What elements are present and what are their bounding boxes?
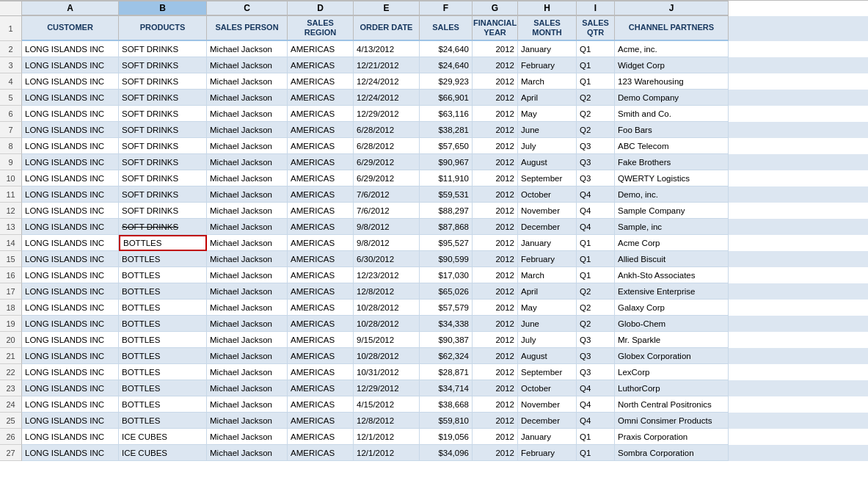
table-cell[interactable]: $11,910 <box>420 170 473 186</box>
table-cell[interactable]: Michael Jackson <box>207 90 288 106</box>
table-cell[interactable]: Michael Jackson <box>207 267 288 283</box>
table-cell[interactable]: AMERICAS <box>288 413 354 429</box>
table-cell[interactable]: Q3 <box>577 348 615 364</box>
table-cell[interactable]: Michael Jackson <box>207 122 288 138</box>
table-cell[interactable]: 9/15/2012 <box>354 332 420 348</box>
table-row[interactable]: LONG ISLANDS INCBOTTLESMichael JacksonAM… <box>22 396 868 413</box>
table-cell[interactable]: 2012 <box>473 219 518 235</box>
table-cell[interactable]: LONG ISLANDS INC <box>22 57 119 73</box>
table-cell[interactable]: 12/24/2012 <box>354 90 420 106</box>
table-row[interactable]: LONG ISLANDS INCSOFT DRINKSMichael Jacks… <box>22 170 868 186</box>
table-cell[interactable]: BOTTLES <box>119 413 207 429</box>
table-cell[interactable]: Acme, inc. <box>615 41 729 57</box>
table-cell[interactable]: 123 Warehousing <box>615 73 729 90</box>
table-cell[interactable]: BOTTLES <box>119 251 207 267</box>
table-row[interactable]: LONG ISLANDS INCSOFT DRINKSMichael Jacks… <box>22 122 868 138</box>
table-cell[interactable]: LONG ISLANDS INC <box>22 106 119 122</box>
table-cell[interactable]: LONG ISLANDS INC <box>22 154 119 170</box>
table-row[interactable]: LONG ISLANDS INCSOFT DRINKSMichael Jacks… <box>22 219 868 235</box>
table-row[interactable]: LONG ISLANDS INCBOTTLESMichael JacksonAM… <box>22 364 868 380</box>
table-cell[interactable]: AMERICAS <box>288 267 354 283</box>
table-cell[interactable]: $17,030 <box>420 267 473 283</box>
table-cell[interactable]: Q2 <box>577 283 615 300</box>
table-cell[interactable]: BOTTLES <box>119 300 207 316</box>
table-cell[interactable]: SOFT DRINKS <box>119 41 207 57</box>
table-cell[interactable]: Q4 <box>577 396 615 413</box>
table-cell[interactable]: 2012 <box>473 122 518 138</box>
table-cell[interactable]: 10/28/2012 <box>354 348 420 364</box>
table-row[interactable]: LONG ISLANDS INCSOFT DRINKSMichael Jacks… <box>22 41 868 57</box>
table-cell[interactable]: SOFT DRINKS <box>119 57 207 73</box>
table-cell[interactable]: Michael Jackson <box>207 413 288 429</box>
table-cell[interactable]: Michael Jackson <box>207 429 288 445</box>
table-cell[interactable]: $19,056 <box>420 429 473 445</box>
table-cell[interactable]: Q2 <box>577 316 615 332</box>
table-cell[interactable]: AMERICAS <box>288 445 354 461</box>
table-cell[interactable]: Extensive Enterprise <box>615 283 729 300</box>
table-cell[interactable]: AMERICAS <box>288 203 354 219</box>
table-cell[interactable]: Q4 <box>577 413 615 429</box>
table-cell[interactable]: North Central Positronics <box>615 396 729 413</box>
table-cell[interactable]: January <box>518 41 577 57</box>
table-cell[interactable]: August <box>518 348 577 364</box>
table-cell[interactable]: 2012 <box>473 267 518 283</box>
table-cell[interactable]: October <box>518 186 577 203</box>
table-cell[interactable]: QWERTY Logistics <box>615 170 729 186</box>
table-cell[interactable]: $88,297 <box>420 203 473 219</box>
table-cell[interactable]: LONG ISLANDS INC <box>22 73 119 90</box>
table-cell[interactable]: 9/8/2012 <box>354 235 420 251</box>
table-cell[interactable]: Q1 <box>577 267 615 283</box>
table-cell[interactable]: LONG ISLANDS INC <box>22 283 119 300</box>
table-cell[interactable]: 12/8/2012 <box>354 413 420 429</box>
table-cell[interactable]: March <box>518 73 577 90</box>
table-cell[interactable]: SOFT DRINKS <box>119 106 207 122</box>
table-cell[interactable]: September <box>518 364 577 380</box>
table-cell[interactable]: Q1 <box>577 429 615 445</box>
table-row[interactable]: LONG ISLANDS INCICE CUBESMichael Jackson… <box>22 429 868 445</box>
table-cell[interactable]: 2012 <box>473 300 518 316</box>
table-cell[interactable]: AMERICAS <box>288 429 354 445</box>
table-cell[interactable]: $59,531 <box>420 186 473 203</box>
table-cell[interactable]: Q4 <box>577 380 615 396</box>
table-cell[interactable]: Michael Jackson <box>207 203 288 219</box>
table-cell[interactable]: July <box>518 332 577 348</box>
table-cell[interactable]: December <box>518 413 577 429</box>
table-cell[interactable]: Q1 <box>577 251 615 267</box>
table-cell[interactable]: 12/1/2012 <box>354 429 420 445</box>
table-cell[interactable]: $24,640 <box>420 57 473 73</box>
table-cell[interactable]: Praxis Corporation <box>615 429 729 445</box>
col-header-d[interactable]: D <box>288 1 354 16</box>
table-cell[interactable]: Galaxy Corp <box>615 300 729 316</box>
table-cell[interactable]: Widget Corp <box>615 57 729 73</box>
table-cell[interactable]: Q1 <box>577 41 615 57</box>
table-cell[interactable]: SOFT DRINKS <box>119 138 207 154</box>
table-cell[interactable]: SOFT DRINKS <box>119 186 207 203</box>
table-cell[interactable]: Q3 <box>577 332 615 348</box>
table-cell[interactable]: Demo, inc. <box>615 186 729 203</box>
table-cell[interactable]: 2012 <box>473 445 518 461</box>
table-cell[interactable]: July <box>518 138 577 154</box>
table-cell[interactable]: LONG ISLANDS INC <box>22 219 119 235</box>
table-cell[interactable]: 6/28/2012 <box>354 122 420 138</box>
table-cell[interactable]: March <box>518 267 577 283</box>
table-cell[interactable]: AMERICAS <box>288 396 354 413</box>
table-cell[interactable]: SOFT DRINKS <box>119 170 207 186</box>
table-cell[interactable]: Globex Corporation <box>615 348 729 364</box>
table-cell[interactable]: $87,868 <box>420 219 473 235</box>
table-cell[interactable]: LONG ISLANDS INC <box>22 429 119 445</box>
table-cell[interactable]: Michael Jackson <box>207 396 288 413</box>
col-header-g[interactable]: G <box>473 1 518 16</box>
table-cell[interactable]: LONG ISLANDS INC <box>22 316 119 332</box>
table-row[interactable]: LONG ISLANDS INCSOFT DRINKSMichael Jacks… <box>22 73 868 90</box>
table-cell[interactable]: LuthorCorp <box>615 380 729 396</box>
table-cell[interactable]: Acme Corp <box>615 235 729 251</box>
col-header-i[interactable]: I <box>577 1 615 16</box>
table-cell[interactable]: SOFT DRINKS <box>119 73 207 90</box>
table-cell[interactable]: April <box>518 283 577 300</box>
table-cell[interactable]: 12/24/2012 <box>354 73 420 90</box>
table-cell[interactable]: Michael Jackson <box>207 106 288 122</box>
table-cell[interactable]: Q4 <box>577 219 615 235</box>
table-cell[interactable]: AMERICAS <box>288 138 354 154</box>
table-cell[interactable]: Q1 <box>577 57 615 73</box>
table-cell[interactable]: Q2 <box>577 106 615 122</box>
